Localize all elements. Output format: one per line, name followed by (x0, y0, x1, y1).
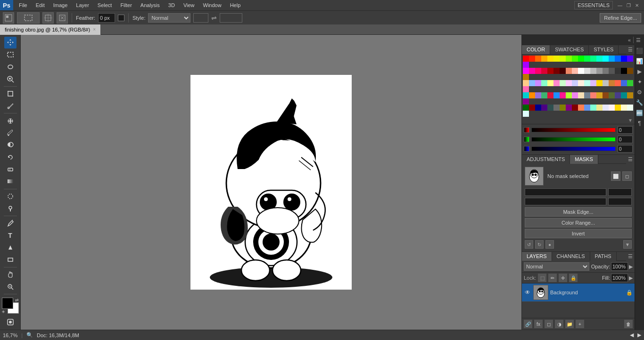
menu-view[interactable]: View (180, 1, 198, 9)
swatch[interactable] (560, 105, 566, 111)
document-tab[interactable]: finishing obro.jpg @ 16,7% (RGB/8#) × (0, 24, 101, 35)
swatch[interactable] (572, 105, 578, 111)
transform-icon[interactable] (57, 12, 68, 24)
swatch[interactable] (578, 105, 584, 111)
swatch[interactable] (529, 105, 535, 111)
swatch[interactable] (566, 56, 572, 62)
swatch[interactable] (523, 68, 529, 74)
menu-help[interactable]: Help (226, 1, 245, 9)
swatch[interactable] (523, 92, 529, 98)
default-colors-icon[interactable]: ◈ (2, 309, 5, 314)
panel-icon-2[interactable]: 📊 (636, 57, 644, 65)
swatch[interactable] (603, 105, 609, 111)
swatch[interactable] (523, 98, 529, 105)
swatch[interactable] (627, 56, 633, 62)
swatch[interactable] (523, 80, 529, 86)
swatch[interactable] (584, 56, 590, 62)
swatch[interactable] (621, 56, 627, 62)
feather-slider[interactable] (525, 198, 606, 205)
swap-icon[interactable]: ⇌ (211, 14, 217, 22)
panel-icon-3[interactable]: ▶ (636, 68, 644, 75)
swatch[interactable] (578, 80, 584, 86)
lock-all-icon[interactable]: 🔒 (569, 274, 578, 282)
swatch[interactable] (627, 92, 633, 98)
swatch[interactable] (523, 111, 529, 117)
swatch[interactable] (615, 80, 621, 86)
link-layers-icon[interactable]: 🔗 (524, 320, 532, 328)
hand-tool[interactable] (4, 269, 17, 281)
lock-transparent-icon[interactable]: ⬚ (538, 274, 546, 282)
menu-window[interactable]: Window (199, 1, 225, 9)
panel-icon-5[interactable]: ⚙ (636, 89, 644, 96)
workspace-label[interactable]: ESSENTIALS (574, 1, 613, 9)
width-input[interactable] (193, 13, 208, 23)
swatch[interactable] (535, 80, 541, 86)
swatch[interactable] (529, 56, 535, 62)
swatch[interactable] (547, 92, 553, 98)
r-value[interactable] (618, 126, 633, 134)
swatch[interactable] (541, 56, 547, 62)
swatch[interactable] (615, 92, 621, 98)
dodge-tool[interactable] (4, 202, 17, 214)
mask-icon-4[interactable]: ▼ (623, 240, 632, 249)
blur-tool[interactable] (4, 190, 17, 202)
menu-3d[interactable]: 3D (165, 1, 179, 9)
swatch[interactable] (578, 92, 584, 98)
swatch[interactable] (603, 92, 609, 98)
delete-layer-icon[interactable]: 🗑 (624, 320, 633, 328)
swatch[interactable] (603, 80, 609, 86)
swatch[interactable] (590, 105, 596, 111)
lock-image-icon[interactable]: ✏ (548, 274, 557, 282)
swatch[interactable] (609, 105, 615, 111)
marquee-options-icon[interactable] (17, 12, 40, 24)
swatch[interactable] (627, 80, 633, 86)
new-layer-icon[interactable]: + (576, 320, 584, 328)
menu-select[interactable]: Select (94, 1, 116, 9)
swatch[interactable] (560, 80, 566, 86)
swap-colors-icon[interactable]: ⇄ (15, 298, 19, 302)
swatch[interactable] (584, 105, 590, 111)
swatch[interactable] (535, 105, 541, 111)
panel-icon-8[interactable]: ¶ (636, 120, 644, 127)
close-button[interactable]: ✕ (634, 2, 640, 8)
swatch[interactable] (541, 68, 547, 74)
new-group-icon[interactable]: 📁 (565, 320, 574, 328)
swatch[interactable] (609, 80, 615, 86)
tab-swatches[interactable]: SWATCHES (550, 45, 589, 54)
swatch[interactable] (547, 105, 553, 111)
status-arrow-left[interactable]: ◀ (630, 332, 634, 338)
move-tool[interactable] (4, 37, 17, 49)
tab-layers[interactable]: LAYERS (522, 252, 552, 261)
swatch[interactable] (596, 80, 603, 86)
swatch[interactable] (547, 68, 553, 74)
panel-menu-icon[interactable]: ☰ (635, 36, 642, 44)
swatch[interactable] (590, 80, 596, 86)
swatch[interactable] (590, 92, 596, 98)
swatch[interactable] (547, 56, 553, 62)
swatch[interactable] (609, 92, 615, 98)
quick-mask-button[interactable] (4, 316, 17, 328)
add-mask-icon[interactable]: ◻ (545, 320, 553, 328)
swatches-scroll-down[interactable]: ▼ (522, 117, 635, 124)
fill-arrow[interactable]: ▶ (629, 275, 633, 281)
g-value[interactable] (618, 136, 633, 143)
pen-tool[interactable] (4, 218, 17, 229)
swatch[interactable] (627, 68, 633, 74)
mask-edge-button[interactable]: Mask Edge... (525, 207, 632, 217)
swatch[interactable] (523, 105, 529, 111)
swatch[interactable] (596, 92, 603, 98)
swatch[interactable] (621, 80, 627, 86)
swatch[interactable] (621, 92, 627, 98)
swatch[interactable] (609, 56, 615, 62)
swatch[interactable] (572, 56, 578, 62)
swatch[interactable] (578, 56, 584, 62)
opacity-arrow[interactable]: ▶ (629, 264, 633, 270)
tab-channels[interactable]: CHANNELS (552, 252, 590, 261)
tab-close-button[interactable]: × (93, 27, 96, 32)
swatch[interactable] (584, 80, 590, 86)
tab-color[interactable]: COLOR (522, 45, 550, 54)
menu-filter[interactable]: Filter (116, 1, 135, 9)
status-arrow-right[interactable]: ▶ (637, 332, 641, 338)
foreground-color[interactable] (2, 298, 13, 309)
brush-tool[interactable] (4, 127, 17, 139)
